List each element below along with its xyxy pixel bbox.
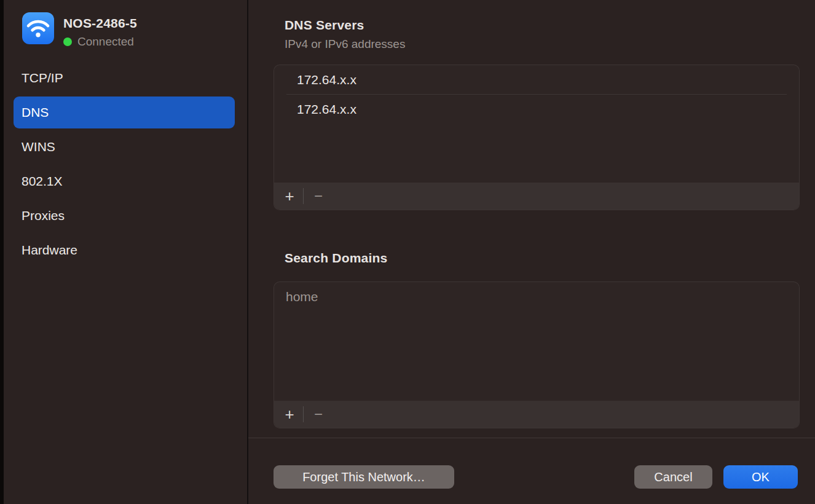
sidebar-item-tcpip[interactable]: TCP/IP bbox=[14, 62, 235, 94]
remove-dns-server-button[interactable]: − bbox=[309, 186, 328, 206]
sidebar-item-label: 802.1X bbox=[22, 174, 63, 189]
sidebar-item-label: Hardware bbox=[22, 243, 77, 258]
search-domains-title: Search Domains bbox=[285, 251, 387, 266]
sidebar-nav: TCP/IP DNS WINS 802.1X Proxies Hardware bbox=[14, 62, 235, 269]
dns-pane: DNS Servers IPv4 or IPv6 addresses 172.6… bbox=[248, 0, 815, 504]
search-domains-toolbar: + − bbox=[274, 401, 799, 428]
dns-server-entry[interactable]: 172.64.x.x bbox=[274, 95, 799, 124]
wifi-details-sheet: NOS-2486-5 Connected TCP/IP DNS WINS 802… bbox=[0, 0, 815, 504]
connected-status-label: Connected bbox=[77, 35, 134, 49]
connection-status: Connected bbox=[63, 35, 134, 49]
dns-servers-title: DNS Servers bbox=[285, 18, 364, 33]
ok-button[interactable]: OK bbox=[723, 465, 798, 489]
sidebar-item-label: DNS bbox=[22, 105, 49, 120]
forget-network-button[interactable]: Forget This Network… bbox=[274, 465, 454, 489]
search-domains-list: home + − bbox=[274, 282, 800, 428]
connected-status-dot bbox=[63, 37, 72, 46]
remove-search-domain-button[interactable]: − bbox=[309, 404, 328, 424]
sidebar-item-proxies[interactable]: Proxies bbox=[14, 200, 235, 232]
footer-divider bbox=[248, 438, 815, 438]
toolbar-separator bbox=[303, 406, 304, 422]
add-search-domain-button[interactable]: + bbox=[280, 404, 299, 424]
sidebar-item-dns[interactable]: DNS bbox=[14, 96, 235, 128]
wifi-icon bbox=[22, 12, 54, 44]
sidebar-item-label: WINS bbox=[22, 140, 55, 154]
sidebar-item-hardware[interactable]: Hardware bbox=[14, 234, 235, 266]
dns-server-entry[interactable]: 172.64.x.x bbox=[274, 65, 799, 94]
cancel-button[interactable]: Cancel bbox=[634, 465, 712, 489]
toolbar-separator bbox=[303, 188, 304, 204]
add-dns-server-button[interactable]: + bbox=[280, 186, 299, 206]
sidebar-item-8021x[interactable]: 802.1X bbox=[14, 165, 235, 197]
sidebar-item-label: Proxies bbox=[22, 208, 65, 223]
sidebar: NOS-2486-5 Connected TCP/IP DNS WINS 802… bbox=[4, 0, 247, 504]
sidebar-item-label: TCP/IP bbox=[22, 71, 63, 85]
sidebar-item-wins[interactable]: WINS bbox=[14, 131, 235, 163]
network-name: NOS-2486-5 bbox=[63, 16, 137, 31]
dns-servers-list: 172.64.x.x 172.64.x.x + − bbox=[274, 65, 800, 210]
search-domain-entry[interactable]: home bbox=[274, 282, 799, 311]
dns-servers-subtitle: IPv4 or IPv6 addresses bbox=[285, 37, 405, 51]
dns-servers-toolbar: + − bbox=[274, 183, 799, 210]
